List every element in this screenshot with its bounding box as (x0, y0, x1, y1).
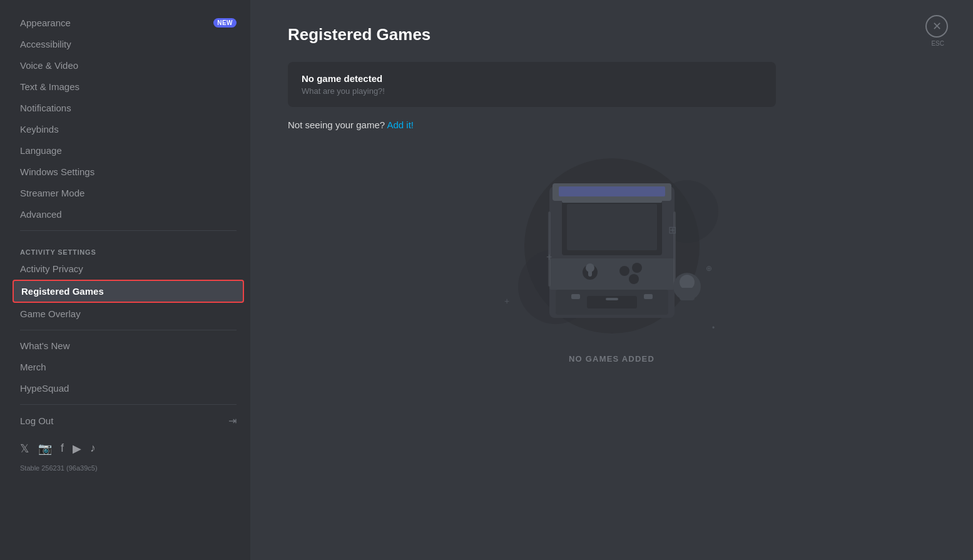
svg-point-13 (619, 266, 629, 276)
add-it-link[interactable]: Add it! (387, 120, 414, 130)
activity-section-label: ACTIVITY SETTINGS (13, 238, 244, 258)
sidebar-item-accessibility[interactable]: Accessibility (13, 34, 244, 54)
not-seeing-text: Not seeing your game? Add it! (288, 120, 935, 130)
logout-label: Log Out (20, 415, 53, 426)
svg-point-14 (632, 263, 642, 273)
sidebar-item-streamer-mode[interactable]: Streamer Mode (13, 183, 244, 203)
sidebar-divider-1 (20, 230, 237, 231)
sidebar-item-streamer-mode-label: Streamer Mode (20, 188, 84, 198)
sidebar-item-hypesquad-label: HypeSquad (20, 383, 69, 394)
sidebar-item-voice-video-label: Voice & Video (20, 60, 78, 71)
sidebar-item-merch-label: Merch (20, 362, 46, 372)
sidebar-item-game-overlay[interactable]: Game Overlay (13, 303, 244, 324)
sidebar: Appearance NEW Accessibility Voice & Vid… (0, 0, 250, 560)
sidebar-item-text-images[interactable]: Text & Images (13, 76, 244, 97)
sidebar-item-whats-new-label: What's New (20, 340, 70, 351)
sidebar-item-notifications-label: Notifications (20, 103, 71, 113)
svg-text:+: + (504, 296, 509, 306)
facebook-icon[interactable]: f (61, 442, 64, 456)
sidebar-item-notifications[interactable]: Notifications (13, 98, 244, 118)
sidebar-item-language[interactable]: Language (13, 140, 244, 161)
social-icons-row: 𝕏 📷 f ▶ ♪ (13, 435, 244, 462)
main-content: Registered Games No game detected What a… (250, 0, 973, 560)
svg-text:+: + (546, 252, 552, 262)
sidebar-item-registered-games[interactable]: Registered Games (13, 280, 244, 303)
new-badge: NEW (213, 18, 237, 28)
close-icon: ✕ (932, 19, 942, 33)
esc-label: ESC (931, 40, 944, 47)
no-game-card: No game detected What are you playing?! (288, 62, 776, 107)
svg-rect-22 (644, 294, 653, 299)
youtube-icon[interactable]: ▶ (73, 442, 81, 456)
sidebar-item-merch[interactable]: Merch (13, 357, 244, 377)
sidebar-item-voice-video[interactable]: Voice & Video (13, 55, 244, 76)
svg-text:•: • (712, 323, 715, 332)
sidebar-item-keybinds[interactable]: Keybinds (13, 119, 244, 140)
svg-point-24 (680, 275, 695, 290)
tiktok-icon[interactable]: ♪ (90, 442, 96, 456)
svg-rect-21 (571, 294, 580, 299)
sidebar-item-appearance[interactable]: Appearance NEW (13, 13, 244, 33)
svg-rect-12 (588, 268, 592, 277)
svg-rect-19 (548, 211, 551, 287)
sidebar-divider-2 (20, 330, 237, 330)
sidebar-divider-3 (20, 404, 237, 405)
sidebar-item-keybinds-label: Keybinds (20, 124, 59, 135)
svg-rect-9 (549, 258, 675, 290)
sidebar-item-registered-games-label: Registered Games (21, 286, 104, 297)
sidebar-item-text-images-label: Text & Images (20, 81, 79, 92)
sidebar-item-windows-settings-label: Windows Settings (20, 166, 94, 177)
twitter-icon[interactable]: 𝕏 (20, 442, 29, 456)
svg-text:⊕: ⊕ (706, 264, 712, 273)
sidebar-item-advanced[interactable]: Advanced (13, 204, 244, 225)
sidebar-item-accessibility-label: Accessibility (20, 39, 71, 49)
sidebar-item-activity-privacy[interactable]: Activity Privacy (13, 258, 244, 279)
sidebar-item-activity-privacy-label: Activity Privacy (20, 263, 83, 274)
svg-text:⊞: ⊞ (668, 225, 676, 235)
page-title: Registered Games (288, 25, 935, 44)
sidebar-item-hypesquad[interactable]: HypeSquad (13, 378, 244, 399)
logout-button[interactable]: Log Out ⇥ (13, 410, 244, 432)
arcade-illustration: + + ⊕ • ⊞ (481, 149, 743, 343)
svg-rect-25 (680, 288, 695, 300)
arcade-area: + + ⊕ • ⊞ NO GAMES ADDED (288, 149, 935, 364)
sidebar-item-language-label: Language (20, 145, 62, 156)
svg-rect-5 (567, 204, 657, 250)
no-game-title: No game detected (302, 73, 762, 84)
instagram-icon[interactable]: 📷 (38, 442, 52, 456)
close-button[interactable]: ✕ (925, 15, 948, 38)
svg-rect-20 (673, 211, 676, 287)
svg-rect-18 (606, 298, 618, 300)
svg-point-15 (629, 274, 639, 284)
sidebar-item-appearance-label: Appearance (20, 18, 71, 28)
svg-rect-8 (559, 186, 665, 196)
sidebar-item-windows-settings[interactable]: Windows Settings (13, 161, 244, 182)
sidebar-item-game-overlay-label: Game Overlay (20, 308, 81, 319)
no-game-subtitle: What are you playing?! (302, 86, 762, 96)
sidebar-item-advanced-label: Advanced (20, 209, 62, 220)
no-games-label: NO GAMES ADDED (569, 354, 655, 364)
logout-icon: ⇥ (228, 415, 237, 427)
stable-version: Stable 256231 (96a39c5) (13, 462, 244, 474)
sidebar-item-whats-new[interactable]: What's New (13, 335, 244, 356)
